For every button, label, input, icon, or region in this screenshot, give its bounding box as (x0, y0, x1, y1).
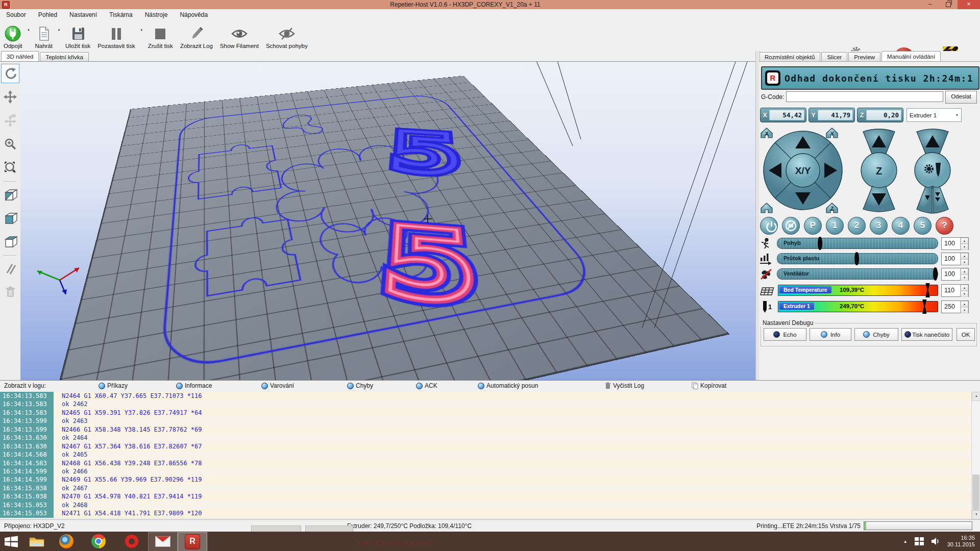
hide-travel-button[interactable]: Schovat pohyby (262, 20, 311, 51)
log-scrollbar[interactable]: ▲ ▼ (971, 392, 980, 519)
spin-down-icon[interactable]: ▼ (961, 259, 968, 265)
fan-slider[interactable]: Ventilátor (777, 268, 938, 280)
speed-slider-thumb[interactable] (818, 237, 822, 250)
preset-3-button[interactable]: 3 (870, 217, 888, 235)
spin-down-icon[interactable]: ▼ (961, 274, 968, 281)
preset-5-button[interactable]: 5 (914, 217, 932, 235)
load-dropdown[interactable]: ▼ (56, 20, 62, 51)
viewport-3d[interactable]: 5 5 5 5 5 (20, 61, 755, 381)
preset-2-button[interactable]: 2 (848, 217, 866, 235)
extrude-fast-button[interactable] (933, 186, 948, 213)
fan-spinner[interactable]: 100 ▲▼ (941, 268, 969, 281)
filter-info[interactable]: Informace (176, 382, 212, 389)
debug-errors-button[interactable]: Chyby (854, 328, 898, 341)
park-button[interactable]: P (804, 217, 822, 235)
home-x-button[interactable]: X (761, 128, 772, 138)
top-view-button[interactable] (1, 232, 19, 251)
scrollbar-thumb[interactable] (972, 474, 979, 510)
speed-spinner[interactable]: 100 ▲▼ (941, 237, 969, 250)
scroll-down-icon[interactable]: ▼ (972, 510, 980, 519)
bed-temp-thumb[interactable] (925, 283, 930, 297)
maximize-button[interactable] (939, 0, 958, 9)
firefox-button[interactable] (51, 532, 82, 551)
menu-pohled[interactable]: Pohled (32, 10, 63, 20)
iso-view-button[interactable] (1, 185, 19, 204)
cancel-print-button[interactable]: Zrušit tisk (144, 20, 177, 51)
tray-chevron-icon[interactable]: ▲ (903, 539, 908, 544)
send-button[interactable]: Odeslat (945, 91, 977, 104)
start-button[interactable] (0, 532, 22, 551)
spin-up-icon[interactable]: ▲ (961, 301, 968, 307)
extruder-temp-bar[interactable]: Extruder 1 249,70°C (778, 301, 938, 312)
filter-warnings[interactable]: Varování (261, 382, 294, 389)
debug-ok-button[interactable]: OK (957, 328, 975, 341)
extruder-select[interactable]: Extruder 1 ▼ (906, 108, 962, 122)
filter-ack[interactable]: ACK (416, 382, 437, 389)
extruder-temp-thumb[interactable] (922, 299, 927, 314)
spin-down-icon[interactable]: ▼ (961, 291, 968, 297)
clear-log-button[interactable]: Vyčistit Log (605, 382, 644, 389)
spin-up-icon[interactable]: ▲ (961, 285, 968, 291)
flow-slider-thumb[interactable] (854, 252, 859, 265)
debug-info-button[interactable]: Info (810, 328, 851, 341)
extruder-temp-spinner[interactable]: 250 ▲▼ (941, 300, 969, 313)
menu-tiskarna[interactable]: Tiskárna (103, 10, 139, 20)
tab-manualni-ovladani[interactable]: Manuální ovládání (881, 51, 941, 61)
pause-print-button[interactable]: Pozastavit tisk (94, 20, 139, 51)
log-list[interactable]: 16:34:13.583N2464 G1 X60.47 Y37.665 E37.… (0, 392, 971, 519)
show-filament-button[interactable]: Show Filament (216, 20, 262, 51)
filter-autoscroll[interactable]: Automatický posun (478, 382, 538, 389)
pause-dropdown[interactable]: ▼ (139, 20, 144, 51)
filter-errors[interactable]: Chyby (347, 382, 373, 389)
menu-nastaveni[interactable]: Nastavení (63, 10, 103, 20)
home-y-button[interactable]: Y (826, 128, 838, 138)
zoom-button[interactable] (1, 134, 19, 154)
flow-slider[interactable]: Průtok plastu (777, 253, 938, 264)
disconnect-dropdown[interactable]: ▼ (26, 20, 31, 51)
menu-napoveda[interactable]: Nápověda (174, 10, 214, 20)
bed-temp-spinner[interactable]: 110 ▲▼ (941, 284, 969, 297)
flow-spinner[interactable]: 100 ▲▼ (941, 253, 969, 265)
parallel-projection-button[interactable] (1, 259, 19, 278)
debug-echo-button[interactable]: Echo (764, 328, 806, 341)
preset-4-button[interactable]: 4 (892, 217, 910, 235)
speaker-icon[interactable] (931, 537, 940, 545)
speed-slider[interactable]: Pohyb (777, 238, 938, 249)
tray-clock[interactable]: 16:35 30.11.2015 (947, 535, 975, 548)
menu-soubor[interactable]: Soubor (0, 10, 32, 20)
save-print-button[interactable]: Uložit tisk (62, 20, 94, 51)
close-button[interactable]: × (958, 0, 980, 9)
spin-down-icon[interactable]: ▼ (961, 244, 968, 250)
network-icon[interactable] (915, 537, 924, 545)
disconnect-button[interactable]: Odpojit (0, 20, 26, 51)
rotate-view-button[interactable] (1, 64, 19, 83)
preset-1-button[interactable]: 1 (826, 217, 844, 235)
menu-nastroje[interactable]: Nástroje (139, 10, 174, 20)
extrude-slow-button[interactable] (917, 186, 932, 213)
tab-slicer[interactable]: Slicer (821, 52, 847, 61)
debug-dryrun-button[interactable]: Tisk nanečisto (901, 328, 952, 341)
help-button[interactable]: ? (936, 217, 953, 235)
motors-off-button[interactable] (782, 217, 800, 235)
minimize-button[interactable]: – (921, 0, 939, 9)
tab-3d-nahled[interactable]: 3D náhled (1, 51, 39, 61)
opera-button[interactable] (115, 532, 148, 551)
jog-controls[interactable]: X/Y X Y Z Z (759, 125, 977, 216)
mail-app-button[interactable] (148, 532, 178, 551)
load-button[interactable]: Nahrát (31, 20, 56, 51)
spin-up-icon[interactable]: ▲ (961, 238, 968, 244)
fit-view-button[interactable] (1, 158, 19, 177)
home-all-button[interactable] (761, 203, 772, 213)
bed-temp-bar[interactable]: Bed Temperature 109,39°C (778, 285, 938, 296)
front-view-button[interactable] (1, 208, 19, 228)
spin-down-icon[interactable]: ▼ (961, 307, 968, 313)
show-log-button[interactable]: Zobrazit Log (177, 20, 216, 51)
file-explorer-button[interactable] (22, 532, 51, 551)
home-z-button[interactable]: Z (826, 203, 838, 213)
tab-preview[interactable]: Preview (848, 52, 880, 61)
chrome-button[interactable] (82, 532, 115, 551)
repetier-host-taskbar-button[interactable]: R (178, 532, 207, 551)
scroll-up-icon[interactable]: ▲ (972, 392, 980, 401)
tab-rozmisteni-objektu[interactable]: Rozmístění objektů (759, 52, 820, 61)
gcode-input[interactable] (786, 91, 943, 102)
